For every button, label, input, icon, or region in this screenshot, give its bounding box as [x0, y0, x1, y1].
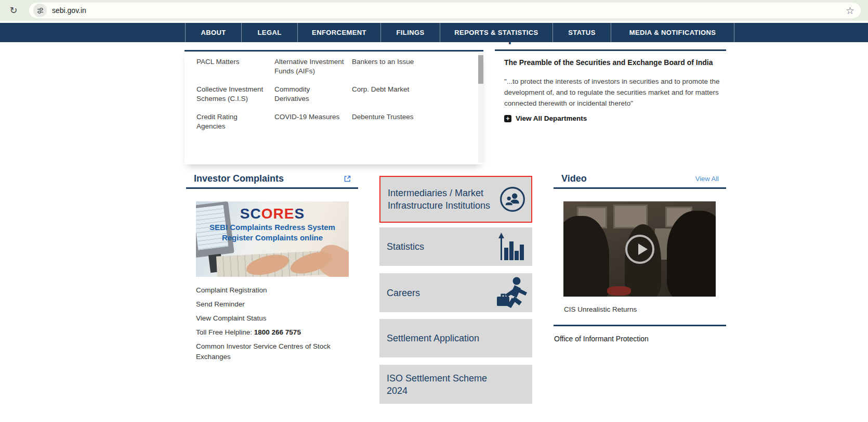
person-silhouette — [667, 211, 716, 297]
nav-item-legal[interactable]: LEGAL — [241, 23, 297, 42]
menu-scrollbar-track[interactable] — [478, 53, 483, 163]
running-person-icon — [495, 275, 529, 312]
video-rule — [554, 187, 726, 189]
menu-link-pacl-matters[interactable]: PACL Matters — [196, 57, 267, 76]
link-common-investor-service-centres[interactable]: Common Investor Service Centres of Stock… — [196, 341, 332, 362]
play-icon — [625, 235, 654, 264]
video-divider — [554, 325, 726, 326]
menu-link-debenture-trustees[interactable]: Debenture Trustees — [352, 112, 422, 131]
about-mega-menu: PACL Matters Alternative Investment Fund… — [185, 50, 483, 164]
url-text: sebi.gov.in — [52, 6, 86, 15]
people-circle-icon — [499, 186, 526, 213]
button-careers[interactable]: Careers — [379, 273, 532, 312]
view-all-departments-link[interactable]: + View All Departments — [504, 114, 735, 122]
investor-links: Complaint Registration Send Reminder Vie… — [196, 285, 332, 362]
helpline-number: 1800 266 7575 — [254, 328, 301, 336]
nav-item-filings[interactable]: FILINGS — [380, 23, 440, 42]
link-send-reminder[interactable]: Send Reminder — [196, 299, 332, 310]
nav-item-about[interactable]: ABOUT — [185, 23, 241, 42]
menu-scrollbar-thumb[interactable] — [478, 55, 483, 84]
investor-complaints-title: Investor Complaints — [194, 173, 284, 184]
reload-icon[interactable]: ↻ — [7, 4, 20, 17]
browser-toolbar: ↻ sebi.gov.in ☆ — [0, 0, 868, 21]
investor-complaints-rule — [186, 187, 358, 189]
button-iso-settlement-scheme[interactable]: ISO Settlement Scheme 2024 — [379, 365, 532, 404]
menu-link-cis[interactable]: Collective Investment Schemes (C.I.S) — [196, 85, 267, 104]
plus-icon: + — [504, 115, 511, 122]
tune-icon — [36, 7, 44, 15]
menu-link-commodity-derivatives[interactable]: Commodity Derivatives — [274, 85, 345, 104]
page: ↻ sebi.gov.in ☆ ABOUT LEGAL ENFORCEMENT … — [0, 0, 868, 422]
site-settings-chip[interactable] — [33, 4, 47, 17]
video-header: Video View All — [554, 172, 726, 185]
nav-item-status[interactable]: STATUS — [553, 23, 611, 42]
link-complaint-registration[interactable]: Complaint Registration — [196, 285, 332, 296]
preamble-quote: "...to protect the interests of investor… — [504, 76, 735, 109]
menu-link-covid19-measures[interactable]: COVID-19 Measures — [274, 112, 345, 131]
scores-tagline-1: SEBI Complaints Redress System — [196, 222, 349, 233]
view-all-departments-label: View All Departments — [516, 114, 587, 122]
office-informant-protection-link[interactable]: Office of Informant Protection — [554, 335, 726, 343]
preamble-block: The Preamble of the Securities and Excha… — [504, 58, 735, 122]
link-view-complaint-status[interactable]: View Complaint Status — [196, 313, 332, 324]
bar-chart-icon — [498, 232, 525, 261]
menu-link-aifs[interactable]: Alternative Investment Funds (AIFs) — [274, 57, 345, 76]
nav-item-enforcement[interactable]: ENFORCEMENT — [297, 23, 380, 42]
main-navbar: ABOUT LEGAL ENFORCEMENT FILINGS REPORTS … — [0, 23, 868, 42]
table-item-graphic — [607, 286, 631, 296]
button-settlement-application[interactable]: Settlement Application — [379, 319, 532, 357]
video-section: Video View All CIS Unrealistic Returns O… — [554, 172, 726, 343]
investor-complaints-section: Investor Complaints SCORES SEBI Complain… — [186, 172, 358, 366]
address-bar[interactable]: sebi.gov.in ☆ — [29, 3, 861, 18]
helpline-line: Toll Free Helpline: 1800 266 7575 — [196, 327, 332, 338]
video-title: Video — [561, 173, 587, 184]
nav-item-media-notifications[interactable]: MEDIA & NOTIFICATIONS — [611, 23, 734, 42]
video-view-all-link[interactable]: View All — [695, 175, 719, 183]
video-thumbnail[interactable] — [563, 201, 716, 297]
nav-item-reports-statistics[interactable]: REPORTS & STATISTICS — [440, 23, 553, 42]
button-intermediaries-mii[interactable]: Intermediaries / Market Infrastructure I… — [379, 176, 532, 223]
bookmark-star-icon[interactable]: ☆ — [846, 5, 854, 17]
departments-underline — [495, 49, 726, 51]
investor-complaints-header: Investor Complaints — [186, 172, 358, 185]
menu-link-credit-rating-agencies[interactable]: Credit Rating Agencies — [196, 112, 267, 131]
preamble-title: The Preamble of the Securities and Excha… — [504, 58, 735, 67]
scores-banner[interactable]: SCORES SEBI Complaints Redress System Re… — [196, 201, 349, 277]
quick-links-column: Intermediaries / Market Infrastructure I… — [379, 176, 534, 404]
button-statistics[interactable]: Statistics — [379, 227, 532, 266]
menu-link-bankers-to-an-issue[interactable]: Bankers to an Issue — [352, 57, 422, 76]
scores-text: SCORES SEBI Complaints Redress System Re… — [196, 206, 349, 243]
external-link-icon[interactable] — [344, 175, 351, 183]
mega-menu-links: PACL Matters Alternative Investment Fund… — [196, 57, 435, 131]
scores-tagline-2: Register Complaints online — [196, 233, 349, 243]
scores-logo: SCORES — [196, 206, 349, 222]
nav-items: ABOUT LEGAL ENFORCEMENT FILINGS REPORTS … — [185, 23, 734, 42]
video-caption[interactable]: CIS Unrealistic Returns — [564, 305, 726, 313]
menu-link-corp-debt-market[interactable]: Corp. Debt Market — [352, 85, 422, 104]
